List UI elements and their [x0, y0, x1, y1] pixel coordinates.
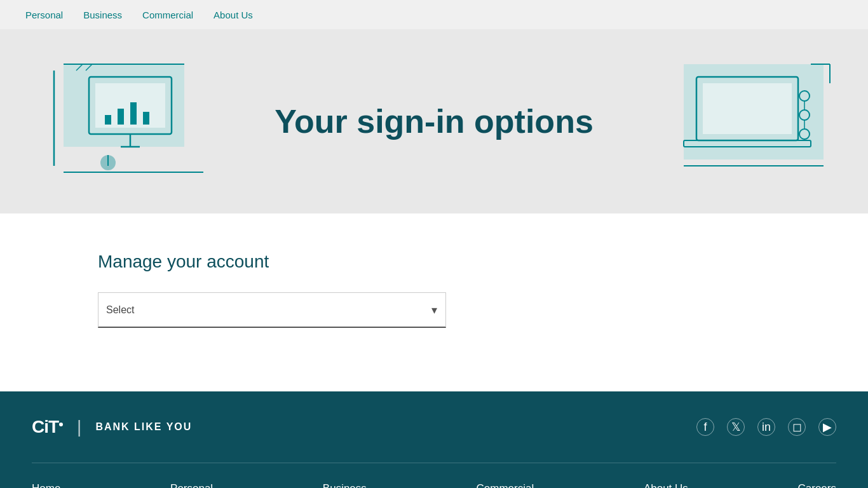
- footer: CiT | BANK LIKE YOU f 𝕏 in ◻ ▶ Home Pers…: [0, 391, 868, 488]
- hero-deco-left: [25, 51, 229, 191]
- nav-business[interactable]: Business: [83, 10, 122, 20]
- nav-commercial[interactable]: Commercial: [142, 10, 193, 20]
- svg-rect-4: [118, 109, 124, 125]
- youtube-icon[interactable]: ▶: [818, 418, 836, 436]
- footer-top: CiT | BANK LIKE YOU f 𝕏 in ◻ ▶: [32, 417, 836, 437]
- main-nav: Personal Business Commercial About Us: [0, 0, 868, 29]
- linkedin-icon[interactable]: in: [757, 418, 775, 436]
- cit-logo-text: CiT: [32, 417, 63, 437]
- footer-logo: CiT | BANK LIKE YOU: [32, 417, 192, 437]
- hero-title: Your sign-in options: [275, 102, 593, 140]
- footer-tagline: BANK LIKE YOU: [95, 421, 192, 433]
- main-content: Manage your account Select Personal Bank…: [0, 214, 868, 391]
- footer-home[interactable]: Home: [32, 482, 60, 488]
- hero-section: Your sign-in options: [0, 29, 868, 214]
- svg-rect-5: [130, 102, 137, 125]
- twitter-icon[interactable]: 𝕏: [727, 418, 745, 436]
- footer-commercial[interactable]: Commercial: [477, 482, 534, 488]
- hero-deco-right: [665, 58, 843, 185]
- footer-personal[interactable]: Personal: [170, 482, 213, 488]
- svg-rect-18: [703, 83, 792, 134]
- account-select-wrapper: Select Personal Banking Business Banking…: [98, 292, 446, 328]
- footer-about[interactable]: About Us: [644, 482, 688, 488]
- social-icons-group: f 𝕏 in ◻ ▶: [696, 418, 836, 436]
- facebook-icon[interactable]: f: [696, 418, 714, 436]
- footer-links: Home Personal Business Commercial About …: [32, 463, 836, 488]
- footer-careers[interactable]: Careers: [798, 482, 836, 488]
- svg-rect-3: [105, 115, 111, 125]
- manage-title: Manage your account: [98, 252, 770, 272]
- instagram-icon[interactable]: ◻: [788, 418, 806, 436]
- logo-divider: |: [77, 417, 81, 437]
- nav-about[interactable]: About Us: [214, 10, 253, 20]
- nav-personal[interactable]: Personal: [25, 10, 63, 20]
- svg-rect-6: [143, 112, 149, 125]
- footer-business[interactable]: Business: [323, 482, 367, 488]
- account-select[interactable]: Select Personal Banking Business Banking…: [98, 292, 446, 328]
